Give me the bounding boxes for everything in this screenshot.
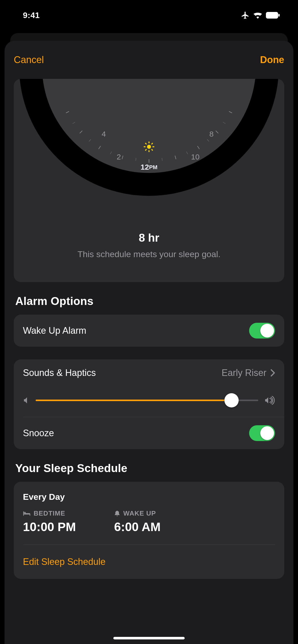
slider-thumb[interactable] bbox=[224, 393, 239, 407]
svg-line-5 bbox=[80, 131, 82, 133]
sounds-value: Early Riser bbox=[222, 368, 275, 378]
alarm-options-title: Alarm Options bbox=[15, 295, 283, 308]
svg-line-14 bbox=[186, 152, 188, 154]
slider-fill bbox=[36, 400, 232, 401]
svg-line-12 bbox=[162, 158, 162, 161]
sounds-label: Sounds & Haptics bbox=[23, 368, 96, 378]
hour-2: 2 bbox=[117, 153, 121, 161]
sounds-card: Sounds & Haptics Early Riser Snooze bbox=[14, 359, 284, 449]
modal-sheet: Cancel Done bbox=[5, 41, 293, 644]
status-bar: 9:41 bbox=[0, 0, 298, 31]
volume-row bbox=[14, 386, 284, 417]
bedtime-column: BEDTIME 10:00 PM bbox=[23, 509, 76, 534]
bed-icon bbox=[23, 511, 31, 516]
wake-alarm-label: Wake Up Alarm bbox=[23, 325, 86, 336]
noon-label: 12PM bbox=[141, 163, 157, 171]
wake-alarm-row: Wake Up Alarm bbox=[14, 315, 284, 347]
svg-rect-1 bbox=[278, 14, 280, 17]
schedule-frequency: Every Day bbox=[23, 492, 275, 502]
sheet-header: Cancel Done bbox=[5, 41, 293, 79]
sleep-duration: 8 hr bbox=[14, 231, 284, 244]
home-indicator[interactable] bbox=[113, 637, 185, 639]
svg-line-3 bbox=[122, 156, 123, 159]
done-button[interactable]: Done bbox=[260, 54, 284, 65]
wake-alarm-card: Wake Up Alarm bbox=[14, 315, 284, 347]
speaker-min-icon bbox=[23, 397, 30, 404]
airplane-icon bbox=[241, 11, 250, 20]
svg-line-6 bbox=[66, 111, 69, 113]
clock-ticks bbox=[42, 79, 256, 173]
hour-8: 8 bbox=[209, 130, 214, 138]
svg-line-17 bbox=[73, 122, 75, 124]
sun-icon bbox=[143, 141, 155, 153]
svg-line-11 bbox=[136, 158, 136, 161]
sleep-clock-card: 12PM 2 4 8 10 8 hr This schedule meets y… bbox=[14, 79, 284, 282]
sounds-row[interactable]: Sounds & Haptics Early Riser bbox=[14, 359, 284, 386]
svg-line-23 bbox=[152, 150, 153, 150]
svg-line-27 bbox=[152, 143, 153, 144]
svg-line-8 bbox=[197, 146, 199, 149]
hour-10: 10 bbox=[191, 153, 199, 161]
snooze-label: Snooze bbox=[23, 428, 54, 438]
speaker-max-icon bbox=[264, 396, 275, 405]
svg-line-10 bbox=[229, 111, 232, 113]
volume-slider[interactable] bbox=[36, 394, 258, 407]
schedule-card: Every Day BEDTIME 10:00 PM WAKE UP 6:00 … bbox=[14, 482, 284, 579]
svg-line-9 bbox=[216, 131, 218, 133]
sleep-clock[interactable]: 12PM 2 4 8 10 bbox=[14, 79, 284, 224]
bell-icon bbox=[114, 510, 120, 517]
edit-schedule-link[interactable]: Edit Sleep Schedule bbox=[23, 545, 275, 579]
svg-line-4 bbox=[99, 146, 101, 149]
status-icons bbox=[241, 11, 280, 20]
svg-line-22 bbox=[145, 143, 146, 144]
cancel-button[interactable]: Cancel bbox=[14, 54, 44, 65]
status-time: 9:41 bbox=[23, 11, 40, 20]
wake-alarm-toggle[interactable] bbox=[249, 323, 275, 339]
svg-line-15 bbox=[89, 139, 91, 141]
svg-line-26 bbox=[145, 150, 146, 150]
bedtime-value: 10:00 PM bbox=[23, 520, 76, 534]
wake-column: WAKE UP 6:00 AM bbox=[114, 509, 160, 534]
snooze-toggle[interactable] bbox=[249, 425, 275, 441]
svg-line-18 bbox=[223, 122, 225, 124]
svg-point-19 bbox=[147, 145, 151, 149]
svg-line-16 bbox=[207, 139, 209, 141]
battery-icon bbox=[266, 12, 280, 19]
svg-line-7 bbox=[175, 156, 176, 159]
wake-header: WAKE UP bbox=[114, 509, 160, 517]
svg-line-13 bbox=[110, 152, 112, 154]
schedule-title: Your Sleep Schedule bbox=[15, 462, 283, 475]
hour-4: 4 bbox=[102, 130, 106, 138]
chevron-right-icon bbox=[270, 369, 275, 377]
wifi-icon bbox=[253, 12, 262, 19]
goal-text: This schedule meets your sleep goal. bbox=[14, 249, 284, 259]
schedule-columns: BEDTIME 10:00 PM WAKE UP 6:00 AM bbox=[23, 509, 275, 534]
wake-value: 6:00 AM bbox=[114, 520, 160, 534]
bedtime-header: BEDTIME bbox=[23, 509, 76, 517]
snooze-row: Snooze bbox=[14, 417, 284, 449]
svg-rect-0 bbox=[266, 12, 278, 18]
